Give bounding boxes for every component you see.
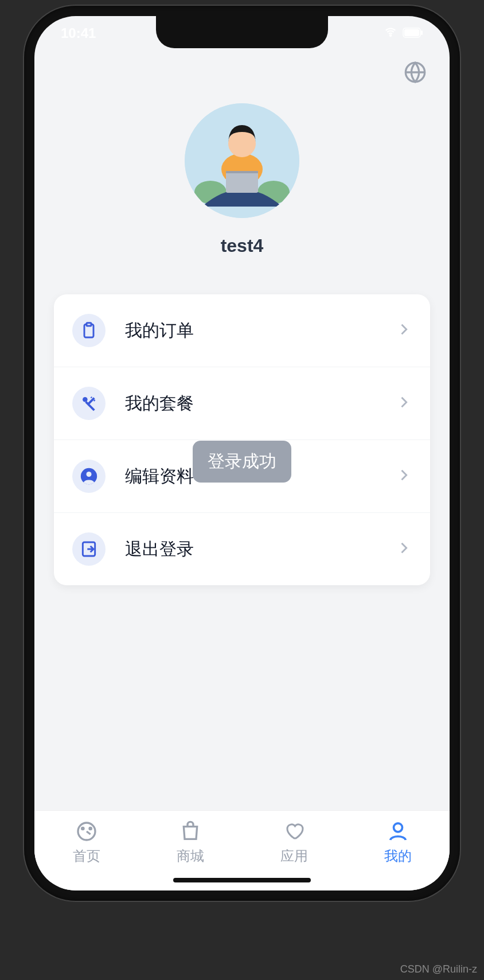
svg-point-20: [89, 827, 91, 829]
avatar[interactable]: [185, 103, 299, 218]
svg-point-16: [86, 472, 91, 477]
tab-label: 商城: [177, 847, 204, 865]
globe-icon[interactable]: [404, 61, 427, 86]
chevron-right-icon: [396, 394, 412, 413]
tab-apps[interactable]: 应用: [242, 811, 346, 873]
profile-section: test4: [34, 86, 450, 279]
tab-mine[interactable]: 我的: [346, 811, 450, 873]
svg-rect-13: [87, 323, 91, 326]
svg-rect-2: [404, 29, 419, 36]
watermark: CSDN @Ruilin-z: [400, 963, 477, 975]
device-notch: [156, 16, 328, 48]
tab-label: 应用: [280, 847, 308, 865]
tab-label: 首页: [73, 847, 100, 865]
status-icons: [383, 25, 423, 41]
svg-rect-3: [421, 30, 423, 35]
menu-label: 我的套餐: [125, 392, 396, 415]
chevron-right-icon: [396, 540, 412, 558]
svg-rect-11: [226, 171, 258, 173]
svg-point-21: [393, 823, 402, 831]
heart-icon: [282, 819, 306, 843]
menu-item-packages[interactable]: 我的套餐: [54, 367, 430, 440]
menu-label: 退出登录: [125, 538, 396, 561]
clipboard-icon: [72, 314, 106, 347]
gauge-icon: [75, 819, 99, 843]
toast: 登录成功: [193, 441, 291, 483]
menu-item-logout[interactable]: 退出登录: [54, 513, 430, 585]
wifi-icon: [383, 25, 398, 41]
utensils-icon: [72, 387, 106, 420]
username: test4: [221, 235, 264, 256]
toast-message: 登录成功: [208, 452, 276, 470]
menu-card: 我的订单 我的套餐 编辑资料: [54, 294, 430, 585]
svg-point-0: [390, 35, 392, 37]
tab-home[interactable]: 首页: [34, 811, 138, 873]
logout-icon: [72, 532, 106, 566]
bag-icon: [178, 819, 202, 843]
svg-point-19: [81, 827, 83, 829]
phone-screen: 10:41: [34, 16, 450, 890]
user-circle-icon: [72, 460, 106, 493]
menu-item-orders[interactable]: 我的订单: [54, 294, 430, 367]
chevron-right-icon: [396, 321, 412, 340]
menu-label: 我的订单: [125, 319, 396, 343]
chevron-right-icon: [396, 467, 412, 485]
status-time: 10:41: [61, 25, 96, 41]
tab-label: 我的: [384, 847, 412, 865]
tab-shop[interactable]: 商城: [138, 811, 242, 873]
svg-rect-10: [226, 171, 258, 193]
svg-point-14: [83, 397, 88, 402]
phone-frame: 10:41: [24, 6, 460, 901]
header: [34, 50, 450, 86]
home-indicator[interactable]: [173, 878, 311, 882]
battery-icon: [403, 25, 423, 41]
user-icon: [386, 819, 410, 843]
